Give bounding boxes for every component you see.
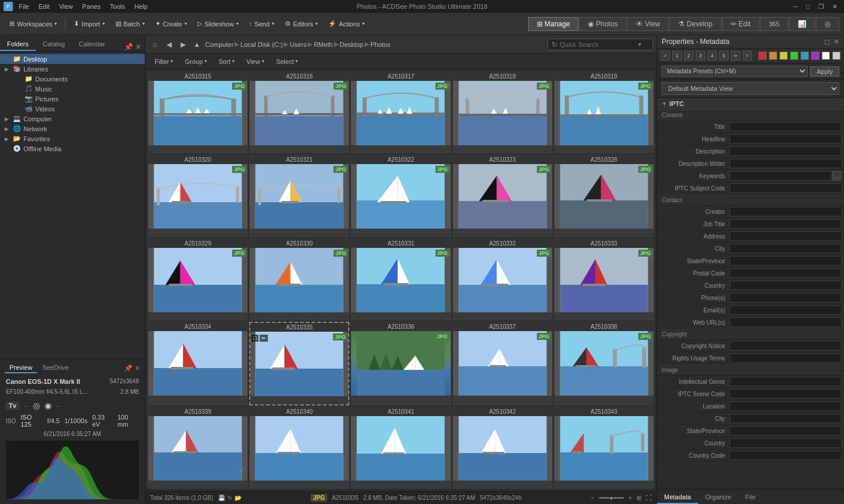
mode-view-button[interactable]: 👁 View [627,17,669,31]
select-button[interactable]: Select ▾ [271,57,303,66]
tree-item-documents[interactable]: 📁 Documents [0,74,145,84]
photo-cell-11[interactable]: A2510330 JPG [249,239,349,321]
nav-up-button[interactable]: ▲ [191,39,203,50]
actions-button[interactable]: ⚡ Actions ▾ [324,18,369,29]
meta-num-1[interactable]: 1 [672,51,682,60]
tree-item-videos[interactable]: 📹 Videos [0,104,145,114]
zoom-slider[interactable]: ━━━●━━━ [599,495,624,501]
jobtitle-field[interactable] [730,219,842,229]
meta-color-white[interactable] [822,52,830,60]
country-code-field[interactable] [730,451,842,460]
maximize-button[interactable]: □ [803,3,813,11]
tree-item-offline-media[interactable]: 💿 Offline Media [0,144,145,154]
tree-item-pictures[interactable]: 📷 Pictures [0,94,145,104]
keywords-dots-button[interactable]: ... [832,171,842,181]
genre-field[interactable] [730,377,842,386]
country1-field[interactable] [730,281,842,290]
photo-cell-3[interactable]: A2510318 JPG [452,71,553,154]
tab-organize[interactable]: Organize [698,491,738,504]
creator-field[interactable] [730,207,842,216]
tree-item-computer[interactable]: ▶ 💻 Computer [0,114,145,124]
slideshow-button[interactable]: ▷ Slideshow ▾ [193,18,243,29]
meta-color-blue[interactable] [801,52,809,60]
search-dropdown-icon[interactable]: ▾ [638,41,641,47]
menu-edit[interactable]: Edit [35,2,53,11]
emails-field[interactable] [730,305,842,315]
photo-cell-6[interactable]: A2510321 JPG [249,155,349,237]
photo-cell-2[interactable]: A2510317 JPG [350,71,451,154]
meta-color-gray[interactable] [832,52,840,60]
path-rmeth[interactable]: RMeth [314,41,332,48]
presets-select[interactable]: Metadata Presets (Ctrl+M) [662,66,808,77]
state2-field[interactable] [730,426,842,435]
import-button[interactable]: ⬇ Import ▾ [69,18,109,29]
folder-icon[interactable]: 📂 [234,495,241,501]
zoom-out-icon[interactable]: − [591,495,594,501]
view-mode-icon[interactable]: ⊞ [637,495,641,501]
minimize-button[interactable]: ─ [791,3,801,11]
iptc-scene-field[interactable] [730,389,842,399]
tree-item-favorites[interactable]: ▶ 📂 Favorites [0,134,145,144]
batch-button[interactable]: ▤ Batch ▾ [111,18,149,29]
mode-manage-button[interactable]: ⊞ Manage [528,17,579,31]
mode-photos-button[interactable]: ◉ Photos [579,17,627,31]
phones-field[interactable] [730,293,842,302]
iptc-subject-field[interactable] [730,183,842,193]
photo-cell-18[interactable]: A2510337 JPG [452,322,553,405]
rights-field[interactable] [730,353,842,363]
group-button[interactable]: Group ▾ [180,57,212,66]
tree-item-network[interactable]: ▶ 🌐 Network [0,124,145,134]
menu-view[interactable]: View [56,2,77,11]
tab-metadata[interactable]: Metadata [657,491,698,504]
path-photos[interactable]: Photos [370,41,390,48]
tab-file[interactable]: File [738,491,763,504]
meta-color-red[interactable] [758,52,767,60]
photo-cell-13[interactable]: A2510332 JPG [452,239,553,321]
tab-folders[interactable]: Folders [0,38,36,51]
workspaces-button[interactable]: ⊞ Workspaces ▾ [5,18,62,29]
close-preview-icon[interactable]: ✕ [135,365,140,372]
photo-cell-14[interactable]: A2510333 JPG [554,239,654,321]
city1-field[interactable] [730,244,842,253]
photo-cell-24[interactable]: A2510343 [554,407,654,489]
path-computer[interactable]: Computer [205,41,233,48]
apply-button[interactable]: Apply [810,66,839,77]
title-field[interactable] [730,122,842,131]
photo-cell-21[interactable]: A2510340 [249,407,349,489]
create-button[interactable]: ✦ Create ▾ [151,18,192,29]
weburl-field[interactable] [730,318,842,327]
view-mode-select[interactable]: Default Metadata View [662,82,839,95]
copyright-field[interactable] [730,341,842,350]
postal-field[interactable] [730,268,842,278]
photo-cell-20[interactable]: A2510339 ✓ [148,407,248,489]
photo-cell-0[interactable]: A2510315 JPG [148,71,248,154]
menu-tools[interactable]: Tools [107,2,129,11]
photo-cell-5[interactable]: A2510320 JPG [148,155,248,237]
tree-item-libraries[interactable]: ▶ 📚 Libraries [0,64,145,74]
zoom-in-icon[interactable]: + [628,495,632,501]
nav-home-button[interactable]: ⌂ [149,39,161,50]
photo-cell-10[interactable]: A2510329 JPG [148,239,248,321]
sort-button[interactable]: Sort ▾ [214,57,239,66]
photo-cell-22[interactable]: A2510341 [350,407,451,489]
country2-field[interactable] [730,438,842,448]
desc-writer-field[interactable] [730,159,842,168]
tab-preview[interactable]: Preview [5,363,37,373]
photo-cell-8[interactable]: A2510323 JPG [452,155,553,237]
view-button[interactable]: View ▾ [241,57,269,66]
meta-num-4[interactable]: 4 [707,51,717,60]
tab-seedrive[interactable]: SeeDrive [38,363,73,373]
photo-cell-9[interactable]: A2510328 JPG [554,155,654,237]
mode-extra-button[interactable]: ◎ [816,17,839,31]
close-right-icon[interactable]: ✕ [833,38,839,46]
restore-button[interactable]: ❐ [815,3,827,11]
description-field[interactable] [730,147,842,156]
mode-stats-button[interactable]: 📊 [789,17,815,31]
meta-color-green[interactable] [790,52,798,60]
keywords-field[interactable] [730,171,831,181]
tree-item-desktop[interactable]: 📁 Desktop [0,54,145,64]
photo-cell-15[interactable]: A2510334 [148,322,248,405]
close-button[interactable]: ✕ [829,3,840,11]
pin-preview-icon[interactable]: 📌 [124,365,132,372]
nav-back-button[interactable]: ◀ [163,39,175,50]
